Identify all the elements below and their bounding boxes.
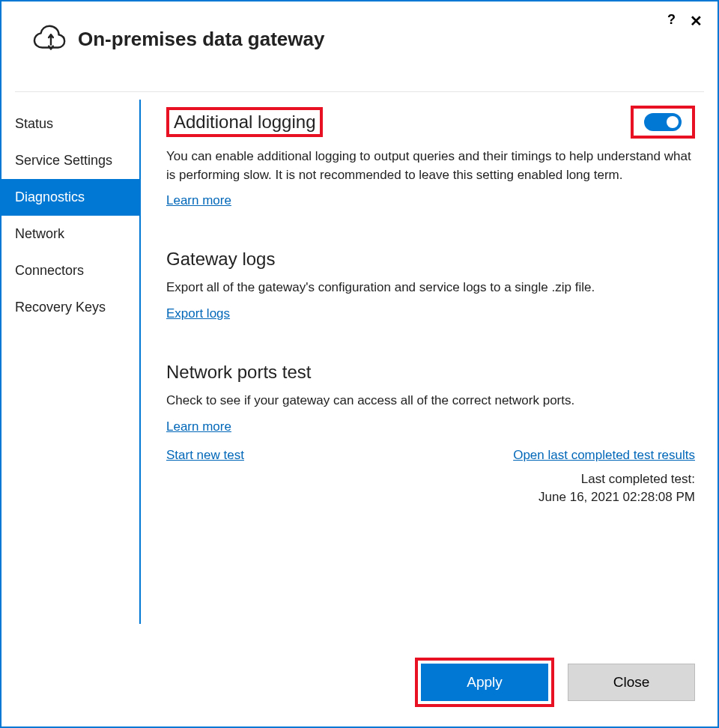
section-title-additional-logging: Additional logging: [174, 112, 315, 132]
last-completed-test: Last completed test: June 16, 2021 02:28…: [166, 470, 695, 507]
learn-more-network-ports-link[interactable]: Learn more: [166, 419, 231, 434]
apply-button[interactable]: Apply: [421, 664, 548, 701]
start-new-test-link[interactable]: Start new test: [166, 448, 244, 463]
sidebar-item-status[interactable]: Status: [1, 106, 139, 142]
footer-buttons: Apply Close: [415, 658, 695, 707]
section-title-gateway-logs: Gateway logs: [166, 249, 695, 270]
sidebar-item-network[interactable]: Network: [1, 216, 139, 252]
cloud-icon: [33, 24, 67, 54]
highlight-additional-logging-title: Additional logging: [166, 107, 323, 137]
section-additional-logging: Additional logging You can enable additi…: [166, 106, 695, 208]
section-title-network-ports: Network ports test: [166, 362, 695, 383]
section-gateway-logs: Gateway logs Export all of the gateway's…: [166, 249, 695, 321]
header-divider: [15, 91, 704, 92]
additional-logging-toggle[interactable]: [644, 113, 682, 131]
sidebar-item-diagnostics[interactable]: Diagnostics: [1, 179, 139, 216]
learn-more-additional-logging-link[interactable]: Learn more: [166, 193, 231, 208]
highlight-toggle: [631, 106, 695, 139]
sidebar: Status Service Settings Diagnostics Netw…: [1, 100, 141, 624]
main-content: Additional logging You can enable additi…: [141, 100, 718, 624]
help-button[interactable]: ?: [667, 12, 676, 28]
close-button[interactable]: Close: [568, 664, 695, 701]
open-last-results-link[interactable]: Open last completed test results: [513, 448, 695, 463]
section-network-ports: Network ports test Check to see if your …: [166, 362, 695, 507]
section-desc-gateway-logs: Export all of the gateway's configuratio…: [166, 279, 695, 297]
export-logs-link[interactable]: Export logs: [166, 306, 230, 321]
close-window-button[interactable]: ✕: [690, 12, 703, 30]
sidebar-item-service-settings[interactable]: Service Settings: [1, 142, 139, 179]
sidebar-item-recovery-keys[interactable]: Recovery Keys: [1, 289, 139, 326]
body: Status Service Settings Diagnostics Netw…: [1, 100, 718, 624]
highlight-apply-button: Apply: [415, 658, 554, 707]
sidebar-item-connectors[interactable]: Connectors: [1, 252, 139, 289]
last-completed-value: June 16, 2021 02:28:08 PM: [166, 488, 695, 507]
titlebar: On-premises data gateway ? ✕: [1, 1, 718, 69]
app-title: On-premises data gateway: [78, 28, 324, 51]
section-desc-network-ports: Check to see if your gateway can access …: [166, 392, 695, 410]
section-desc-additional-logging: You can enable additional logging to out…: [166, 148, 695, 184]
last-completed-label: Last completed test:: [166, 470, 695, 489]
